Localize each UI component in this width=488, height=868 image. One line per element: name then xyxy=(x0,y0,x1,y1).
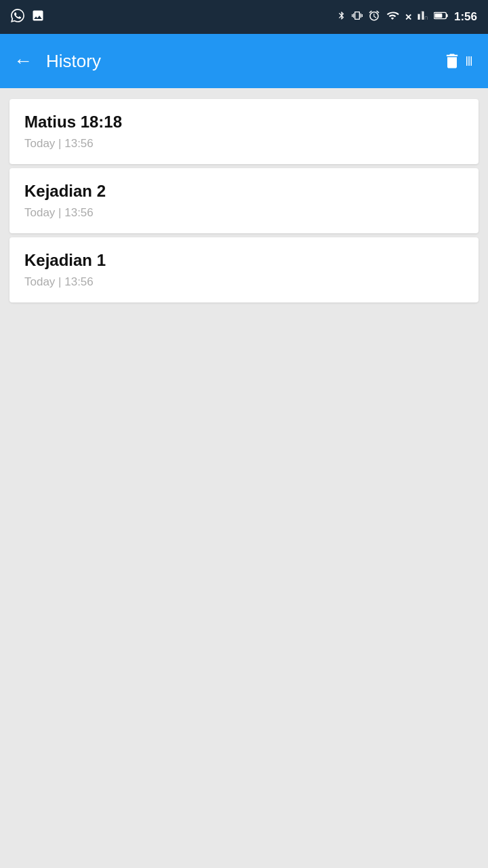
app-bar: ← History xyxy=(0,34,488,88)
whatsapp-icon xyxy=(11,9,24,25)
history-card-subtitle: Today | 13:56 xyxy=(24,206,464,220)
wifi-icon xyxy=(386,9,399,24)
status-time: 1:56 xyxy=(454,10,477,24)
signal-x-icon: ✕ xyxy=(405,12,412,22)
history-card-subtitle: Today | 13:56 xyxy=(24,137,464,151)
svg-rect-5 xyxy=(471,56,472,66)
history-card-title: Matius 18:18 xyxy=(24,113,464,132)
vibrate-icon xyxy=(352,9,363,25)
bluetooth-icon xyxy=(337,9,346,25)
svg-rect-2 xyxy=(434,14,442,18)
back-button[interactable]: ← xyxy=(14,50,33,72)
history-card[interactable]: Kejadian 2Today | 13:56 xyxy=(9,168,479,233)
image-icon xyxy=(31,9,45,25)
signal1-icon xyxy=(418,9,428,24)
history-card[interactable]: Kejadian 1Today | 13:56 xyxy=(9,237,479,302)
history-card-title: Kejadian 2 xyxy=(24,182,464,201)
history-card[interactable]: Matius 18:18Today | 13:56 xyxy=(9,99,479,164)
svg-rect-3 xyxy=(466,56,468,66)
alarm-icon xyxy=(368,9,380,24)
status-bar: ✕ 1:56 xyxy=(0,0,488,34)
delete-all-button[interactable] xyxy=(443,52,474,71)
history-list: Matius 18:18Today | 13:56Kejadian 2Today… xyxy=(0,88,488,313)
svg-rect-1 xyxy=(447,14,448,18)
page-title: History xyxy=(46,51,443,72)
battery-icon xyxy=(434,11,449,23)
status-bar-right-icons: ✕ 1:56 xyxy=(337,9,477,25)
history-card-subtitle: Today | 13:56 xyxy=(24,275,464,289)
svg-rect-4 xyxy=(468,56,470,66)
history-card-title: Kejadian 1 xyxy=(24,251,464,270)
status-bar-left-icons xyxy=(11,9,45,25)
